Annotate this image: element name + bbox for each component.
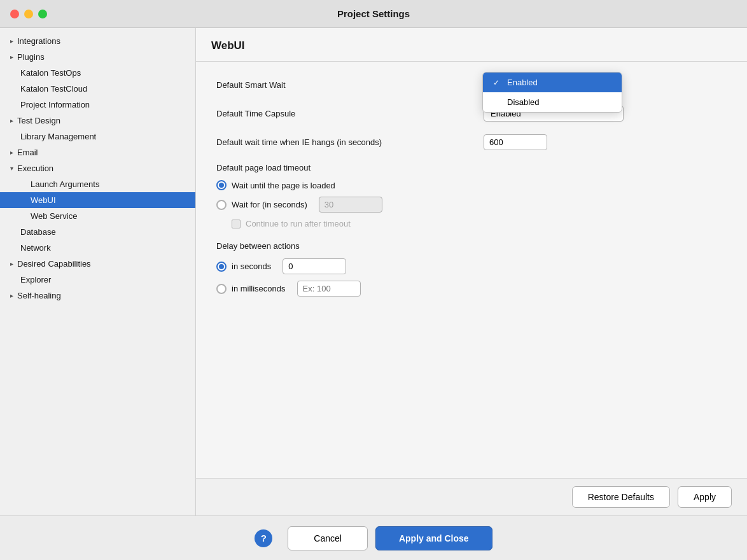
apply-and-close-button[interactable]: Apply and Close — [375, 526, 492, 550]
sidebar-item-label: Database — [20, 227, 56, 237]
window-title: Project Settings — [337, 8, 410, 19]
chevron-icon: ▸ — [10, 53, 13, 60]
dropdown-option-enabled[interactable]: ✓ Enabled — [483, 73, 622, 92]
titlebar: Project Settings — [0, 0, 747, 28]
page-load-seconds-input[interactable] — [319, 197, 382, 213]
delay-seconds-radio[interactable] — [216, 262, 227, 272]
delay-actions-group: Delay between actions in seconds in mill… — [216, 241, 727, 297]
sidebar-item-email[interactable]: ▸Email — [0, 144, 195, 160]
content-body: Default Smart Wait Enabled ✓ Enabled — [196, 62, 747, 478]
sidebar-item-label: WebUI — [31, 195, 56, 205]
sidebar-item-label: Test Design — [17, 116, 60, 125]
sidebar-item-project-information[interactable]: Project Information — [0, 97, 195, 113]
sidebar-item-label: Network — [20, 243, 51, 253]
sidebar: ▸Integrations▸PluginsKatalon TestOpsKata… — [0, 28, 196, 515]
sidebar-item-label: Desired Capabilities — [17, 259, 91, 269]
smart-wait-dropdown-wrapper: Enabled ✓ Enabled Disabled — [484, 77, 573, 93]
delay-seconds-input[interactable] — [283, 258, 346, 274]
sidebar-item-execution[interactable]: ▾Execution — [0, 160, 195, 176]
sidebar-item-self-healing[interactable]: ▸Self-healing — [0, 288, 195, 304]
minimize-button[interactable] — [24, 10, 33, 18]
content-area: WebUI Default Smart Wait Enabled ✓ Enabl… — [196, 28, 747, 515]
chevron-icon: ▸ — [10, 117, 13, 124]
dropdown-option-disabled[interactable]: Disabled — [483, 92, 622, 112]
sidebar-item-launch-arguments[interactable]: Launch Arguments — [0, 176, 195, 192]
sidebar-item-label: Katalon TestOps — [20, 68, 81, 78]
continue-after-timeout-row: Continue to run after timeout — [216, 219, 727, 228]
sidebar-item-label: Web Service — [31, 211, 77, 221]
page-load-radio2[interactable] — [216, 200, 227, 210]
page-load-option2-label: Wait for (in seconds) — [232, 200, 307, 209]
chevron-icon: ▾ — [10, 165, 13, 172]
cancel-button[interactable]: Cancel — [288, 526, 368, 550]
sidebar-item-katalon-testops[interactable]: Katalon TestOps — [0, 65, 195, 81]
sidebar-item-label: Email — [17, 148, 38, 157]
chevron-icon: ▸ — [10, 149, 13, 156]
time-capsule-label: Default Time Capsule — [216, 109, 484, 118]
page-load-group: Default page load timeout Wait until the… — [216, 163, 727, 228]
page-load-option1-row: Wait until the page is loaded — [216, 180, 727, 190]
actions-bar: Restore Defaults Apply — [196, 478, 747, 515]
restore-defaults-button[interactable]: Restore Defaults — [572, 486, 670, 508]
ie-hang-input[interactable] — [484, 134, 547, 150]
smart-wait-label: Default Smart Wait — [216, 80, 484, 90]
delay-ms-label: in milliseconds — [232, 284, 286, 293]
sidebar-item-network[interactable]: Network — [0, 240, 195, 256]
sidebar-item-test-design[interactable]: ▸Test Design — [0, 113, 195, 129]
sidebar-item-label: Library Management — [20, 132, 96, 141]
continue-after-timeout-checkbox[interactable] — [232, 220, 241, 228]
sidebar-item-plugins[interactable]: ▸Plugins — [0, 49, 195, 65]
delay-ms-row: in milliseconds — [216, 281, 727, 297]
sidebar-item-label: Project Information — [20, 100, 90, 109]
delay-seconds-label: in seconds — [232, 262, 271, 271]
delay-ms-radio[interactable] — [216, 284, 227, 294]
footer-bar: ? Cancel Apply and Close — [0, 515, 747, 560]
option-enabled-label: Enabled — [507, 78, 538, 87]
delay-actions-label: Delay between actions — [216, 241, 727, 251]
sidebar-item-label: Katalon TestCloud — [20, 84, 87, 94]
sidebar-item-label: Self-healing — [17, 291, 61, 300]
delay-ms-input[interactable] — [297, 281, 361, 297]
sidebar-item-integrations[interactable]: ▸Integrations — [0, 33, 195, 49]
sidebar-item-label: Plugins — [17, 52, 45, 62]
chevron-icon: ▸ — [10, 260, 13, 267]
sidebar-item-katalon-testcloud[interactable]: Katalon TestCloud — [0, 81, 195, 97]
page-load-label: Default page load timeout — [216, 163, 727, 172]
section-title: WebUI — [211, 39, 732, 52]
smart-wait-row: Default Smart Wait Enabled ✓ Enabled — [216, 77, 727, 93]
page-load-option1-label: Wait until the page is loaded — [232, 181, 335, 190]
sidebar-item-webui[interactable]: WebUI — [0, 192, 195, 208]
sidebar-item-explorer[interactable]: Explorer — [0, 272, 195, 288]
sidebar-item-label: Explorer — [20, 275, 51, 284]
page-load-option2-row: Wait for (in seconds) — [216, 197, 727, 213]
main-content: ▸Integrations▸PluginsKatalon TestOpsKata… — [0, 28, 747, 515]
sidebar-item-label: Integrations — [17, 36, 60, 46]
sidebar-item-database[interactable]: Database — [0, 224, 195, 240]
maximize-button[interactable] — [38, 10, 47, 18]
time-capsule-row: Default Time Capsule Enabled — [216, 106, 727, 122]
continue-after-timeout-label: Continue to run after timeout — [246, 219, 351, 228]
ie-hang-row: Default wait time when IE hangs (in seco… — [216, 134, 727, 150]
smart-wait-dropdown-menu: ✓ Enabled Disabled — [482, 72, 622, 113]
chevron-icon: ▸ — [10, 292, 13, 299]
help-icon[interactable]: ? — [255, 529, 272, 547]
apply-button[interactable]: Apply — [678, 486, 732, 508]
chevron-icon: ▸ — [10, 38, 13, 45]
content-header: WebUI — [196, 28, 747, 62]
delay-seconds-row: in seconds — [216, 258, 727, 274]
sidebar-item-desired-capabilities[interactable]: ▸Desired Capabilities — [0, 256, 195, 272]
footer-buttons: Cancel Apply and Close — [288, 526, 492, 550]
window-controls — [10, 10, 47, 18]
option-disabled-label: Disabled — [507, 97, 540, 107]
close-button[interactable] — [10, 10, 19, 18]
ie-hang-label: Default wait time when IE hangs (in seco… — [216, 137, 484, 147]
sidebar-item-web-service[interactable]: Web Service — [0, 208, 195, 224]
sidebar-item-label: Launch Arguments — [31, 179, 99, 189]
sidebar-item-label: Execution — [17, 164, 53, 173]
check-mark-enabled: ✓ — [493, 78, 502, 87]
page-load-radio1[interactable] — [216, 180, 227, 190]
sidebar-item-library-management[interactable]: Library Management — [0, 129, 195, 144]
